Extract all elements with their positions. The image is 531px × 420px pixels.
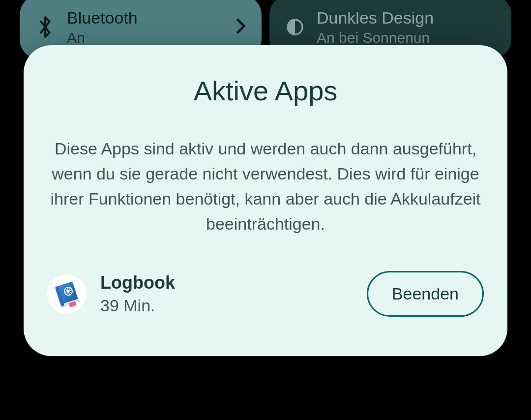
darkmode-text: Dunkles Design An bei Sonnenun: [317, 8, 496, 46]
app-icon: [47, 274, 87, 314]
stop-button[interactable]: Beenden: [367, 271, 484, 317]
bluetooth-text: Bluetooth An: [67, 8, 224, 46]
bluetooth-title: Bluetooth: [67, 8, 224, 28]
modal-description: Diese Apps sind aktiv und werden auch da…: [47, 136, 484, 237]
app-name: Logbook: [100, 272, 353, 293]
app-row: Logbook 39 Min. Beenden: [47, 271, 484, 317]
bluetooth-status: An: [67, 30, 224, 46]
app-duration: 39 Min.: [100, 296, 353, 315]
bluetooth-icon: [35, 17, 55, 37]
darkmode-title: Dunkles Design: [317, 8, 496, 28]
modal-title: Aktive Apps: [47, 75, 484, 107]
active-apps-modal: Aktive Apps Diese Apps sind aktiv und we…: [24, 45, 507, 356]
darkmode-status: An bei Sonnenun: [317, 30, 496, 46]
app-text: Logbook 39 Min.: [100, 272, 353, 315]
contrast-icon: [285, 17, 305, 37]
chevron-right-icon: [236, 18, 246, 36]
